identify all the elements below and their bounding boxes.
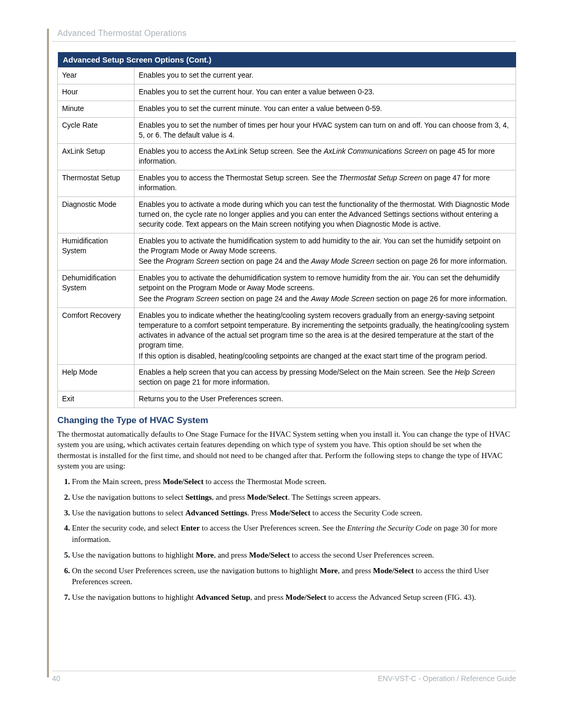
table-row: Humidification SystemEnables you to acti… <box>58 233 516 270</box>
option-name: Cycle Rate <box>58 117 134 144</box>
option-name: Thermostat Setup <box>58 170 134 197</box>
page-footer: 40 ENV-VST-C - Operation / Reference Gui… <box>52 671 516 683</box>
page-header: Advanced Thermostat Operations <box>52 29 516 42</box>
table-row: HourEnables you to set the current hour.… <box>58 84 516 101</box>
option-description: Enables you to activate the dehumidifica… <box>134 270 516 308</box>
step-item: On the second User Preferences screen, u… <box>72 565 516 588</box>
option-name: Hour <box>58 84 134 101</box>
table-row: Dehumidification SystemEnables you to ac… <box>58 270 516 308</box>
option-description: Enables you to access the Thermostat Set… <box>134 170 516 197</box>
table-row: ExitReturns you to the User Preferences … <box>58 391 516 408</box>
option-description: Returns you to the User Preferences scre… <box>134 391 516 408</box>
option-name: Dehumidification System <box>58 270 134 308</box>
step-item: Enter the security code, and select Ente… <box>72 523 516 546</box>
option-description: Enables you to activate a mode during wh… <box>134 197 516 233</box>
option-name: Exit <box>58 391 134 408</box>
table-title: Advanced Setup Screen Options (Cont.) <box>58 52 516 68</box>
page-number: 40 <box>52 674 60 683</box>
option-description: Enables you to access the AxLink Setup s… <box>134 144 516 170</box>
table-row: Comfort RecoveryEnables you to indicate … <box>58 308 516 365</box>
table-row: Diagnostic ModeEnables you to activate a… <box>58 197 516 233</box>
option-description: Enables a help screen that you can acces… <box>134 365 516 391</box>
doc-title: ENV-VST-C - Operation / Reference Guide <box>378 674 516 683</box>
page-left-accent <box>47 29 49 677</box>
table-row: MinuteEnables you to set the current min… <box>58 101 516 117</box>
step-item: Use the navigation buttons to select Adv… <box>72 508 516 519</box>
table-row: Cycle RateEnables you to set the number … <box>58 117 516 144</box>
option-description: Enables you to set the current year. <box>134 68 516 84</box>
option-description: Enables you to set the number of times p… <box>134 117 516 144</box>
option-name: Humidification System <box>58 233 134 270</box>
table-row: Thermostat SetupEnables you to access th… <box>58 170 516 197</box>
option-name: AxLink Setup <box>58 144 134 170</box>
step-item: From the Main screen, press Mode/Select … <box>72 476 516 488</box>
table-row: AxLink SetupEnables you to access the Ax… <box>58 144 516 170</box>
table-row: Help ModeEnables a help screen that you … <box>58 365 516 391</box>
steps-list: From the Main screen, press Mode/Select … <box>57 476 516 603</box>
option-description: Enables you to activate the humidificati… <box>134 233 516 270</box>
option-name: Comfort Recovery <box>58 308 134 365</box>
option-description: Enables you to set the current hour. You… <box>134 84 516 101</box>
option-name: Help Mode <box>58 365 134 391</box>
intro-paragraph: The thermostat automatically defaults to… <box>57 429 516 471</box>
option-name: Diagnostic Mode <box>58 197 134 233</box>
step-item: Use the navigation buttons to select Set… <box>72 492 516 503</box>
step-item: Use the navigation buttons to highlight … <box>72 592 516 603</box>
option-name: Year <box>58 68 134 84</box>
page-content: Advanced Setup Screen Options (Cont.) Ye… <box>52 52 516 603</box>
table-row: YearEnables you to set the current year. <box>58 68 516 84</box>
options-table: Advanced Setup Screen Options (Cont.) Ye… <box>57 52 516 408</box>
step-item: Use the navigation buttons to highlight … <box>72 550 516 561</box>
option-description: Enables you to set the current minute. Y… <box>134 101 516 117</box>
option-description: Enables you to indicate whether the heat… <box>134 308 516 365</box>
option-name: Minute <box>58 101 134 117</box>
section-subhead: Changing the Type of HVAC System <box>57 415 516 426</box>
